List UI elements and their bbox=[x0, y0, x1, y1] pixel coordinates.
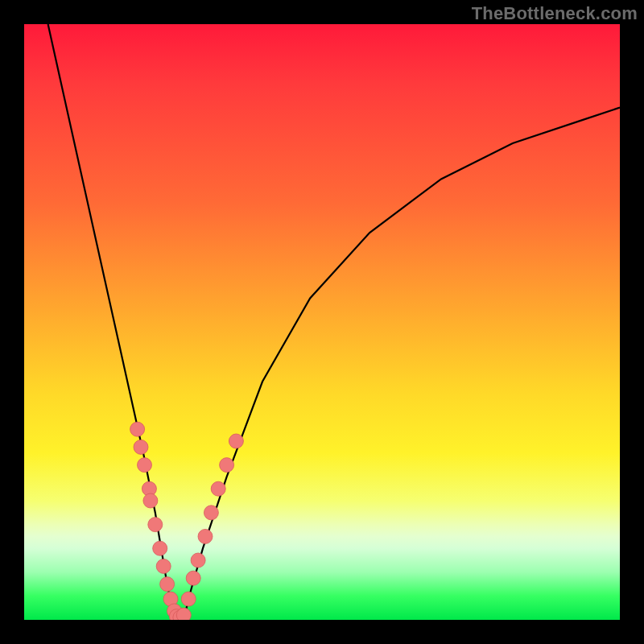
data-dots bbox=[130, 422, 244, 620]
data-dot bbox=[198, 529, 213, 543]
data-dot bbox=[143, 493, 158, 508]
data-dot bbox=[156, 559, 171, 573]
data-dot bbox=[229, 434, 243, 448]
data-dot bbox=[160, 577, 175, 592]
bottleneck-curve bbox=[48, 24, 620, 620]
data-dot bbox=[181, 592, 196, 606]
data-dot bbox=[191, 553, 205, 568]
data-dot bbox=[211, 481, 225, 496]
data-dot bbox=[186, 571, 200, 585]
chart-frame: TheBottleneck.com bbox=[0, 0, 644, 644]
data-dot bbox=[153, 541, 167, 555]
data-dot bbox=[148, 518, 163, 532]
data-dot bbox=[176, 608, 191, 620]
data-dot bbox=[220, 458, 234, 473]
data-dot bbox=[134, 440, 148, 454]
data-dot bbox=[204, 506, 218, 520]
chart-svg bbox=[24, 24, 620, 620]
plot-area bbox=[24, 24, 620, 620]
watermark-text: TheBottleneck.com bbox=[472, 3, 638, 24]
data-dot bbox=[138, 458, 152, 473]
data-dot bbox=[130, 422, 145, 436]
